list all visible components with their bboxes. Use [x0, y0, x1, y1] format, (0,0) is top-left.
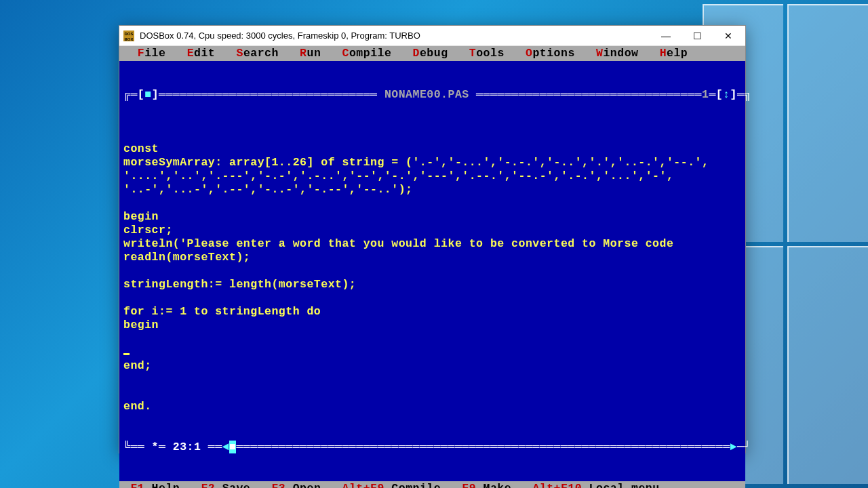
close-button[interactable]: ✕: [713, 26, 744, 46]
code-area[interactable]: const morseSymArray: array[1..26] of str…: [123, 129, 741, 413]
console: File Edit Search Run Compile Debug Tools…: [119, 46, 745, 488]
function-bar[interactable]: F1 Help F2 Save F3 Open Alt+F9 Compile F…: [119, 481, 745, 488]
titlebar[interactable]: DOSBOX DOSBox 0.74, Cpu speed: 3000 cycl…: [119, 26, 745, 46]
window-title: DOSBox 0.74, Cpu speed: 3000 cycles, Fra…: [140, 30, 650, 41]
status-line: ╚══ *═ 23:1 ══◄■════════════════════════…: [123, 441, 741, 454]
editor[interactable]: ╔═[■]═══════════════════════════════ NON…: [119, 61, 745, 481]
menubar[interactable]: File Edit Search Run Compile Debug Tools…: [119, 46, 745, 61]
maximize-button[interactable]: ☐: [682, 26, 713, 46]
dosbox-window: DOSBOX DOSBox 0.74, Cpu speed: 3000 cycl…: [119, 25, 746, 453]
app-icon: DOSBOX: [123, 30, 134, 41]
frame-top: ╔═[■]═══════════════════════════════ NON…: [123, 88, 741, 102]
minimize-button[interactable]: —: [650, 26, 682, 46]
